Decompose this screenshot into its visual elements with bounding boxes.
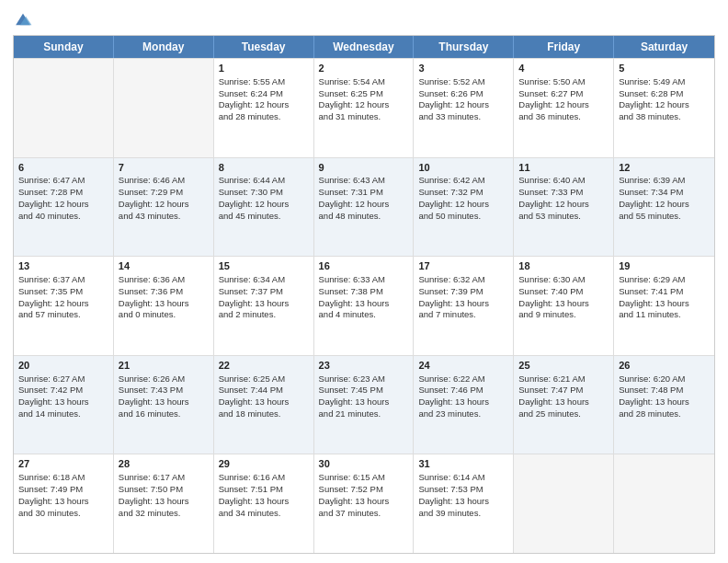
cal-week-3: 13Sunrise: 6:37 AMSunset: 7:35 PMDayligh…: [14, 256, 714, 355]
cell-line: Daylight: 13 hours: [119, 496, 209, 508]
cell-line: and 57 minutes.: [18, 309, 108, 321]
cell-line: and 28 minutes.: [219, 111, 309, 123]
cal-cell: [514, 454, 614, 553]
cell-line: and 9 minutes.: [518, 309, 609, 321]
cal-cell: 6Sunrise: 6:47 AMSunset: 7:28 PMDaylight…: [14, 158, 114, 257]
cell-line: Sunset: 7:30 PM: [219, 187, 309, 199]
cell-line: Daylight: 13 hours: [319, 496, 409, 508]
cell-line: Sunrise: 6:14 AM: [418, 472, 508, 484]
day-number: 21: [119, 359, 209, 373]
logo: [13, 9, 35, 29]
cell-line: Sunset: 6:26 PM: [418, 88, 508, 100]
cell-line: Daylight: 13 hours: [219, 298, 309, 310]
cal-week-4: 20Sunrise: 6:27 AMSunset: 7:42 PMDayligh…: [14, 355, 714, 454]
cell-line: Sunrise: 6:32 AM: [418, 274, 508, 286]
cell-line: Sunset: 7:40 PM: [518, 286, 609, 298]
cell-line: Sunset: 7:44 PM: [219, 385, 309, 396]
cell-line: Sunrise: 6:27 AM: [18, 373, 108, 385]
day-number: 28: [119, 457, 209, 471]
day-number: 29: [219, 457, 309, 471]
cal-header-monday: Monday: [114, 36, 214, 58]
cell-line: Sunrise: 6:33 AM: [319, 274, 409, 286]
cell-line: Daylight: 13 hours: [418, 396, 508, 408]
day-number: 20: [18, 359, 108, 373]
day-number: 22: [219, 359, 309, 373]
cell-line: and 39 minutes.: [418, 508, 508, 520]
day-number: 13: [18, 259, 108, 273]
day-number: 6: [18, 161, 108, 175]
cell-line: Daylight: 12 hours: [18, 199, 108, 211]
cell-line: Sunrise: 6:16 AM: [219, 472, 309, 484]
cell-line: Sunrise: 6:15 AM: [319, 472, 409, 484]
cell-line: and 21 minutes.: [319, 408, 409, 420]
cell-line: Sunrise: 6:42 AM: [418, 175, 508, 187]
cal-cell: 5Sunrise: 5:49 AMSunset: 6:28 PMDaylight…: [614, 59, 714, 157]
cell-line: and 37 minutes.: [319, 508, 409, 520]
cell-line: Sunset: 7:28 PM: [18, 187, 108, 199]
cal-cell: [614, 454, 714, 553]
cell-line: Sunset: 6:25 PM: [319, 88, 409, 100]
cal-cell: 29Sunrise: 6:16 AMSunset: 7:51 PMDayligh…: [214, 454, 314, 553]
cell-line: and 4 minutes.: [319, 309, 409, 321]
cal-cell: 7Sunrise: 6:46 AMSunset: 7:29 PMDaylight…: [114, 158, 214, 257]
cal-cell: 10Sunrise: 6:42 AMSunset: 7:32 PMDayligh…: [414, 158, 514, 257]
cal-cell: 2Sunrise: 5:54 AMSunset: 6:25 PMDaylight…: [314, 59, 415, 157]
day-number: 24: [418, 359, 508, 373]
day-number: 26: [619, 359, 710, 373]
cell-line: Sunrise: 6:25 AM: [219, 373, 309, 385]
calendar-header-row: SundayMondayTuesdayWednesdayThursdayFrid…: [14, 36, 714, 58]
cell-line: Daylight: 12 hours: [18, 298, 108, 310]
cell-line: Daylight: 12 hours: [518, 99, 609, 111]
cal-cell: 26Sunrise: 6:20 AMSunset: 7:48 PMDayligh…: [614, 356, 714, 454]
cal-cell: 14Sunrise: 6:36 AMSunset: 7:36 PMDayligh…: [114, 257, 214, 355]
day-number: 15: [219, 259, 309, 273]
cell-line: Daylight: 13 hours: [319, 396, 409, 408]
cal-header-saturday: Saturday: [614, 36, 714, 58]
cell-line: Daylight: 12 hours: [319, 99, 409, 111]
cal-week-2: 6Sunrise: 6:47 AMSunset: 7:28 PMDaylight…: [14, 157, 714, 257]
cell-line: Sunset: 7:53 PM: [418, 484, 508, 496]
cell-line: and 38 minutes.: [619, 111, 710, 123]
cell-line: Daylight: 13 hours: [319, 298, 409, 310]
cell-line: Sunrise: 6:36 AM: [119, 274, 209, 286]
cell-line: Sunrise: 6:47 AM: [18, 175, 108, 187]
day-number: 1: [219, 62, 309, 75]
cell-line: Sunset: 7:33 PM: [518, 187, 609, 199]
cal-cell: 9Sunrise: 6:43 AMSunset: 7:31 PMDaylight…: [314, 158, 415, 257]
cell-line: Sunset: 7:43 PM: [119, 385, 209, 396]
day-number: 25: [518, 359, 609, 373]
cell-line: Daylight: 12 hours: [119, 199, 209, 211]
header: [13, 9, 715, 29]
cell-line: Sunset: 7:34 PM: [619, 187, 710, 199]
cal-cell: 18Sunrise: 6:30 AMSunset: 7:40 PMDayligh…: [514, 257, 614, 355]
cell-line: Daylight: 12 hours: [418, 99, 508, 111]
cell-line: Sunrise: 6:20 AM: [619, 373, 710, 385]
cell-line: Sunrise: 5:54 AM: [319, 76, 409, 88]
cell-line: Sunrise: 6:29 AM: [619, 274, 710, 286]
cell-line: Daylight: 13 hours: [619, 298, 710, 310]
cell-line: Sunset: 6:24 PM: [219, 88, 309, 100]
cal-cell: 12Sunrise: 6:39 AMSunset: 7:34 PMDayligh…: [614, 158, 714, 257]
day-number: 4: [518, 62, 609, 75]
cal-header-sunday: Sunday: [14, 36, 114, 58]
cell-line: Sunrise: 5:55 AM: [219, 76, 309, 88]
cell-line: Sunrise: 6:39 AM: [619, 175, 710, 187]
cell-line: Sunrise: 6:18 AM: [18, 472, 108, 484]
day-number: 12: [619, 161, 710, 175]
day-number: 14: [119, 259, 209, 273]
cell-line: Sunrise: 6:21 AM: [518, 373, 609, 385]
cell-line: Daylight: 13 hours: [219, 496, 309, 508]
cell-line: Daylight: 13 hours: [418, 496, 508, 508]
day-number: 17: [418, 259, 508, 273]
day-number: 2: [319, 62, 409, 75]
cell-line: Sunset: 7:36 PM: [119, 286, 209, 298]
cell-line: Sunset: 7:47 PM: [518, 385, 609, 396]
cell-line: and 7 minutes.: [418, 309, 508, 321]
logo-icon: [13, 9, 33, 29]
cell-line: Sunset: 7:37 PM: [219, 286, 309, 298]
cal-header-wednesday: Wednesday: [314, 36, 415, 58]
cell-line: Sunrise: 6:22 AM: [418, 373, 508, 385]
cell-line: Daylight: 13 hours: [119, 298, 209, 310]
cell-line: Sunset: 7:45 PM: [319, 385, 409, 396]
cal-cell: 20Sunrise: 6:27 AMSunset: 7:42 PMDayligh…: [14, 356, 114, 454]
